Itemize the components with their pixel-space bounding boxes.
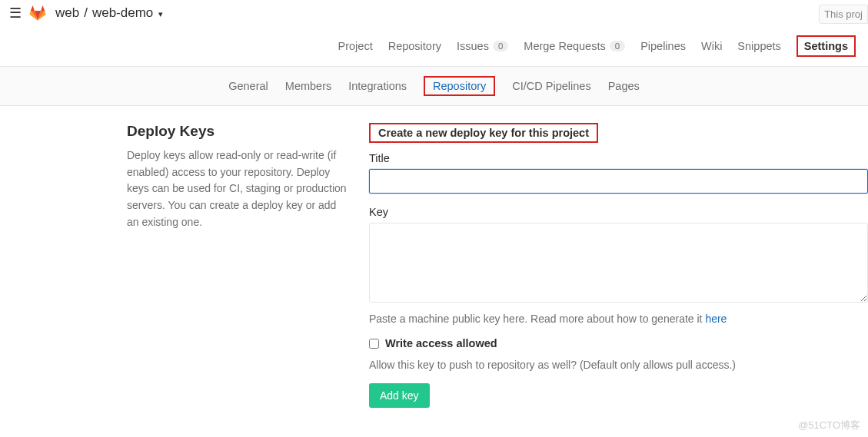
tab-issues[interactable]: Issues 0 [457,40,508,52]
key-textarea[interactable] [369,223,868,303]
write-access-label: Write access allowed [385,337,497,349]
breadcrumb: web / web-demo ▾ [55,5,163,21]
gitlab-logo-icon[interactable] [29,5,46,22]
tab-pipelines[interactable]: Pipelines [640,40,686,52]
subtab-cicd[interactable]: CI/CD Pipelines [512,80,590,92]
key-label: Key [369,206,868,218]
tab-project[interactable]: Project [338,40,373,52]
secondary-nav: General Members Integrations Repository … [0,67,868,106]
subtab-members[interactable]: Members [285,80,331,92]
tab-snippets[interactable]: Snippets [737,40,780,52]
issues-count-badge: 0 [493,41,508,51]
generate-help-link[interactable]: here [705,313,727,325]
subtab-repository[interactable]: Repository [433,80,486,92]
write-access-checkbox[interactable] [369,339,379,349]
section-description: Deploy keys allow read-only or read-writ… [127,147,348,230]
title-label: Title [369,152,868,164]
breadcrumb-project[interactable]: web-demo ▾ [92,5,163,21]
section-heading: Deploy Keys [127,123,348,140]
form-title: Create a new deploy key for this project [378,127,589,139]
breadcrumb-group[interactable]: web [55,5,79,21]
write-access-help: Allow this key to push to repository as … [369,359,868,371]
hamburger-menu-icon[interactable]: ☰ [9,5,22,22]
mr-count-badge: 0 [610,41,625,51]
tab-wiki[interactable]: Wiki [701,40,722,52]
subtab-pages[interactable]: Pages [608,80,640,92]
tab-settings[interactable]: Settings [804,40,848,52]
title-input[interactable] [369,169,868,194]
tab-repository[interactable]: Repository [388,40,441,52]
add-key-button[interactable]: Add key [369,383,430,408]
tab-merge-requests[interactable]: Merge Requests 0 [524,40,625,52]
project-action-button[interactable]: This proj [819,5,868,24]
subtab-integrations[interactable]: Integrations [348,80,407,92]
chevron-down-icon: ▾ [158,9,163,18]
subtab-general[interactable]: General [228,80,268,92]
primary-nav: Project Repository Issues 0 Merge Reques… [0,26,868,67]
key-help-text: Paste a machine public key here. Read mo… [369,313,868,325]
